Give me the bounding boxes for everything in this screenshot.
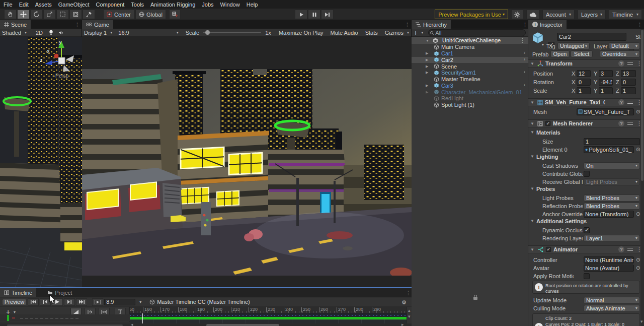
custom-tool-icon[interactable] xyxy=(83,10,95,19)
cast-shadows-dropdown[interactable]: On▾ xyxy=(584,162,640,169)
culling-mode-dropdown[interactable]: Always Animate▾ xyxy=(584,305,640,312)
inspector-scrollbar[interactable]: ▾ xyxy=(640,29,644,326)
presets-icon[interactable] xyxy=(627,121,633,126)
hierarchy-item-master-timeline[interactable]: Master Timeline xyxy=(412,76,528,83)
pos-x-field[interactable]: 12 xyxy=(577,70,591,77)
transform-tool-icon[interactable] xyxy=(69,10,82,19)
scene-audio-icon[interactable] xyxy=(58,30,63,35)
pos-z-field[interactable]: 13 xyxy=(621,70,636,77)
pivot-toggle[interactable]: Center xyxy=(103,10,134,19)
menu-window[interactable]: Window xyxy=(220,2,240,8)
hierarchy-item-character-mechanicalgolem[interactable]: ▶ Character_MechanicalGolem_01 xyxy=(412,89,528,95)
gizmos-dropdown[interactable]: Gizmos xyxy=(385,30,404,36)
tab-project[interactable]: Project xyxy=(43,288,76,297)
menu-tools[interactable]: Tools xyxy=(131,2,144,8)
space-toggle[interactable]: Global xyxy=(135,10,166,19)
prefab-overrides-dropdown[interactable]: Overrides▾ xyxy=(600,50,640,57)
shading-mode-dropdown[interactable]: Shaded xyxy=(2,30,21,36)
timeline-hscroll[interactable]: ◂ ▸ xyxy=(130,323,412,326)
cloud-icon[interactable] xyxy=(526,10,539,19)
rotate-tool-icon[interactable] xyxy=(30,10,43,19)
grid-snap-icon[interactable] xyxy=(169,10,181,19)
object-picker-icon[interactable]: ⊙ xyxy=(636,147,640,152)
scene-viewport[interactable]: y x z ‹ Persp xyxy=(0,37,82,287)
pause-button[interactable] xyxy=(308,10,320,19)
step-button[interactable] xyxy=(321,10,334,19)
tab-inspector[interactable]: i Inspector xyxy=(528,20,567,29)
rect-tool-icon[interactable] xyxy=(56,10,69,19)
display-dropdown[interactable]: Display 1 xyxy=(84,30,107,36)
hierarchy-item-car3[interactable]: ▶ Car3› xyxy=(412,83,528,89)
hand-tool-icon[interactable] xyxy=(4,10,17,19)
hierarchy-scene-row[interactable]: ▼ Unit4CreativeChallenge ⋮ xyxy=(412,37,528,44)
pos-y-field[interactable]: 3 xyxy=(599,70,613,77)
rendering-layer-dropdown[interactable]: Layer1▾ xyxy=(584,235,640,242)
layout-dropdown[interactable]: Timeline▾ xyxy=(609,10,642,19)
tag-dropdown[interactable]: Untagged▾ xyxy=(557,42,590,49)
tab-hierarchy[interactable]: Hierarchy xyxy=(412,20,451,29)
rot-z-field[interactable]: 0 xyxy=(621,79,636,86)
next-frame-button[interactable] xyxy=(64,298,75,306)
tab-scene[interactable]: Scene xyxy=(0,20,31,29)
menu-jobs[interactable]: Jobs xyxy=(202,2,213,8)
prefab-select-button[interactable]: Select xyxy=(571,50,593,57)
timeline-menu-icon[interactable]: ⋮ xyxy=(406,290,411,296)
avatar-field[interactable]: None (Avatar) xyxy=(584,265,634,272)
menu-help[interactable]: Help xyxy=(247,2,258,8)
inspector-menu-icon[interactable]: ⋮ xyxy=(637,22,642,28)
dynamic-occlusion-checkbox[interactable] xyxy=(584,227,590,233)
help-icon[interactable]: ? xyxy=(618,99,624,105)
transform-header[interactable]: ▼ Transform ?⋮ xyxy=(528,59,644,68)
timeline-track-area[interactable] xyxy=(130,319,407,323)
help-icon[interactable]: ? xyxy=(618,60,624,67)
aspect-dropdown[interactable]: 16:9 xyxy=(118,30,129,36)
hierarchy-item-redlight[interactable]: RedLight xyxy=(412,95,528,102)
move-tool-icon[interactable] xyxy=(17,10,30,19)
hscroll-thumb[interactable] xyxy=(206,324,279,326)
scale-tool-icon[interactable] xyxy=(43,10,56,19)
hierarchy-item-car2[interactable]: ▶ Car2› xyxy=(412,57,528,63)
persp-label[interactable]: ‹ Persp xyxy=(52,73,68,79)
timeline-breadcrumb[interactable]: Master Timeline CC (Master Timeline) xyxy=(149,299,250,305)
element0-object-field[interactable]: ● PolygonScifi_01_ xyxy=(584,146,634,153)
tab-timeline[interactable]: Timeline xyxy=(0,288,36,297)
maximize-on-play-toggle[interactable]: Maximize On Play xyxy=(279,30,324,36)
hierarchy-item-securitycam1[interactable]: ▶ SecurityCam1› xyxy=(412,70,528,76)
timeline-frame-field[interactable]: 8.9 xyxy=(104,299,135,305)
mesh-object-field[interactable]: SM_Veh_Future_T xyxy=(577,108,634,115)
menu-file[interactable]: File xyxy=(4,2,13,8)
mesh-filter-header[interactable]: ▼ SM_Veh_Future_Taxi_01 ( ?⋮ xyxy=(528,98,644,106)
account-dropdown[interactable]: Account▾ xyxy=(542,10,575,19)
contribute-gi-checkbox[interactable] xyxy=(584,171,590,177)
component-enabled-checkbox[interactable] xyxy=(546,247,551,252)
hierarchy-item-car1[interactable]: ▶ Car1› xyxy=(412,50,528,57)
materials-size-field[interactable]: 1 xyxy=(584,138,640,145)
update-mode-dropdown[interactable]: Normal▾ xyxy=(584,297,640,304)
presets-icon[interactable] xyxy=(627,61,633,66)
timeline-preview-button[interactable]: Preview xyxy=(2,299,27,305)
preview-packages-dropdown[interactable]: Preview Packages in Use▾ xyxy=(435,10,508,19)
menu-gameobject[interactable]: GameObject xyxy=(58,2,90,8)
create-object-button[interactable]: + xyxy=(414,30,418,35)
tab-game[interactable]: Game xyxy=(82,20,113,29)
game-menu-icon[interactable]: ⋮ xyxy=(405,22,410,28)
scale-y-field[interactable]: 1 xyxy=(599,87,613,94)
timeline-options-caret[interactable]: ▾ xyxy=(139,300,141,304)
timeline-lock-icon[interactable] xyxy=(473,297,477,300)
light-probes-dropdown[interactable]: Blend Probes▾ xyxy=(584,194,640,202)
menu-animation-rigging[interactable]: Animation Rigging xyxy=(150,2,195,8)
mute-audio-toggle[interactable]: Mute Audio xyxy=(331,30,358,36)
stats-toggle[interactable]: Stats xyxy=(365,30,378,36)
gizmo-x-label[interactable]: x xyxy=(47,48,50,54)
hierarchy-item-spot-light[interactable]: Spot Light (1) xyxy=(412,102,528,108)
layer-dropdown[interactable]: Default▾ xyxy=(609,42,640,49)
mesh-renderer-header[interactable]: ▼ Mesh Renderer ?⋮ xyxy=(528,119,644,127)
goto-end-button[interactable] xyxy=(76,298,87,306)
hierarchy-item-scene[interactable]: ▶ Scene xyxy=(412,63,528,70)
services-icon[interactable] xyxy=(511,10,523,19)
object-picker-icon[interactable]: ⊙ xyxy=(636,211,640,217)
hierarchy-menu-icon[interactable]: ⋮ xyxy=(522,22,528,28)
gizmo-z-label[interactable]: z xyxy=(40,57,43,63)
anchor-override-field[interactable]: None (Transform) xyxy=(584,211,634,218)
rot-x-field[interactable]: 0 xyxy=(577,79,591,86)
